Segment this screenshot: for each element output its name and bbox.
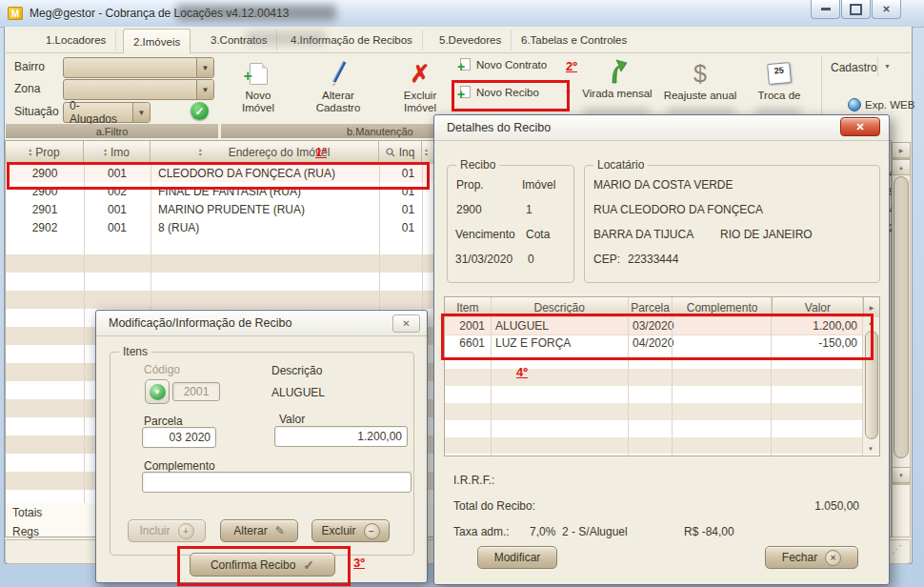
green-arrow-up-icon [607,58,628,85]
chevron-down-icon[interactable]: ▼ [196,80,213,99]
annotation-box-1 [7,162,430,190]
alterar-cadastro-button[interactable]: AlterarCadastro [307,57,370,114]
close-button[interactable]: ✕ [872,0,901,19]
complemento-label: Complemento [144,459,215,473]
sort-icon [199,148,202,157]
zona-select[interactable]: ▼ [63,79,214,100]
blur-artifact [176,5,336,21]
green-sphere-down-icon: ▼ [150,384,166,400]
scroll-right-icon[interactable]: ▶ [870,304,874,311]
dialog-close-button[interactable]: ✕ [392,314,420,333]
minimize-icon [821,8,831,10]
vertical-scrollbar[interactable]: ▲ ▼ [892,158,911,484]
pencil-icon: ✎ [275,524,285,537]
minimize-button[interactable] [811,0,840,19]
locatario-nome: MARIO DA COSTA VERDE [593,178,733,192]
chevron-down-icon[interactable]: ▼ [132,103,150,122]
descricao-label: Descrição [271,364,322,377]
pencil-icon [327,60,350,87]
apply-filter-check-icon[interactable]: ✓ [191,102,209,120]
close-circle-icon: ✕ [825,550,841,566]
annotation-box-3 [177,546,351,586]
scroll-down-icon[interactable]: ▼ [868,446,874,452]
bairro-label: Bairro [14,60,45,73]
complemento-field[interactable] [142,472,412,493]
sort-icon [425,148,428,157]
dialog-close-button[interactable]: ✕ [840,117,880,136]
cadastro-dropdown-icon[interactable]: ▼ [884,63,891,70]
vencimento-value: 31/03/2020 [455,253,512,266]
plus-circle-icon: + [178,523,194,539]
maximize-button[interactable] [841,0,871,19]
globe-icon [848,98,861,111]
annotation-number-2: 2º [566,59,577,73]
search-icon [386,148,395,157]
tab-locadores[interactable]: 1.Locadores [36,30,116,51]
troca-de-button[interactable]: 25 Troca de [751,57,808,102]
cota-value: 0 [528,253,534,266]
taxa-label: Taxa adm.: [453,525,510,538]
taxa-tipo: 2 - S/Aluguel [562,525,628,538]
annotation-number-3: 3º [353,556,365,570]
close-icon: ✕ [855,121,864,133]
sort-icon [104,148,107,157]
maximize-icon [850,4,862,15]
zona-label: Zona [14,82,40,95]
application-window: Meg@gestor - Cobrança de Locações v4.12.… [0,0,924,587]
calendar-icon: 25 [767,62,792,85]
reajuste-anual-button[interactable]: $ Reajuste anual [661,57,739,102]
resize-grip[interactable]: ⋰ [892,543,902,556]
parcela-field[interactable]: 03 2020 [142,427,216,448]
chevron-down-icon[interactable]: ▼ [196,58,213,77]
annotation-number-4: 4º [516,365,528,379]
codigo-lookup-button[interactable]: ▼ [145,379,170,404]
virada-mensal-button[interactable]: Virada mensal [581,55,653,100]
zona-value [64,80,196,99]
cadastro-menu[interactable]: Cadastro [831,61,877,74]
dialog-modificacao-recibo: Modificação/Informação de Recibo ✕ Itens… [95,310,428,583]
scrollbar-thumb[interactable] [894,176,909,458]
plus-doc-icon: + [457,58,471,71]
valor-label: Valor [279,413,305,426]
scroll-right-button[interactable]: ▶ [892,142,911,158]
prop-value: 2900 [456,203,482,216]
locatario-endereco: RUA CLEODORO DA FONÇECA [593,203,763,216]
imovel-label: Imóvel [522,178,555,192]
imovel-value: 1 [526,203,532,216]
tab-tabelas-controles[interactable]: 6.Tabelas e Controles [512,30,636,51]
title-bar: Meg@gestor - Cobrança de Locações v4.12.… [0,0,924,28]
excluir-button[interactable]: Excluir− [311,519,390,542]
novo-contrato-button[interactable]: + Novo Contrato [457,58,547,71]
valor-field[interactable]: 1.200,00 [274,426,408,447]
annotation-number-1: 1º [315,145,327,159]
excluir-imovel-button[interactable]: ✗ ExcluirImóvel [392,57,448,114]
novo-imovel-button[interactable]: + NovoImóvel [229,57,288,114]
modificar-button[interactable]: Modificar [477,546,557,569]
close-icon: ✕ [402,318,410,329]
alterar-button[interactable]: Alterar✎ [220,519,298,542]
bairro-value [64,58,196,77]
annotation-box-4 [441,314,874,360]
dialog-title-bar[interactable]: Modificação/Informação de Recibo [96,311,427,336]
codigo-field[interactable]: 2001 [172,382,220,401]
regs-label: Regs [12,525,39,538]
column-line [84,164,85,503]
scroll-up-button[interactable]: ▲ [892,159,911,175]
tab-imoveis[interactable]: 2.Imóveis [123,29,191,53]
dollar-icon: $ [693,63,707,84]
fechar-button[interactable]: Fechar✕ [765,546,858,569]
prop-label: Prop. [456,178,484,192]
situacao-select[interactable]: 0-Alugados ▼ [63,102,151,123]
taxa-pct: 7,0% [530,525,555,538]
exp-web-button[interactable]: Exp. WEB [848,98,914,111]
cep-value: 22333444 [628,253,678,266]
bairro-select[interactable]: ▼ [63,57,214,78]
dialog-title-bar[interactable]: Detalhes do Recibo [434,115,889,141]
window-controls: ✕ [810,0,901,19]
tab-devedores[interactable]: 5.Devedores [430,30,512,51]
locatario-bairro: BARRA DA TIJUCA [593,228,693,241]
close-icon: ✕ [882,4,890,14]
scroll-down-button[interactable]: ▼ [892,467,911,483]
sort-icon [29,148,31,157]
vencimento-label: Vencimento [455,228,515,241]
